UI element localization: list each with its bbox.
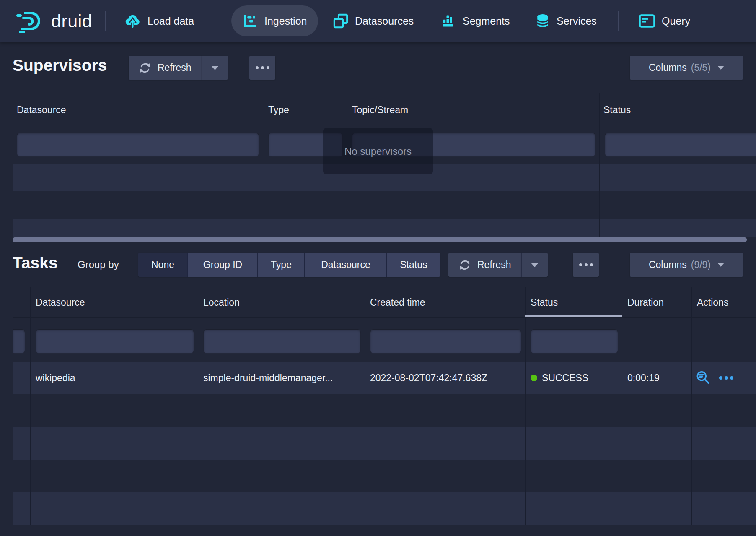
supervisors-refresh-group: Refresh <box>129 56 228 80</box>
column-divider <box>525 287 526 525</box>
column-divider <box>30 287 31 525</box>
nav-item-segments[interactable]: Segments <box>441 0 510 42</box>
nav-item-label: Segments <box>463 15 510 27</box>
column-divider <box>365 287 365 525</box>
column-header-datasource[interactable]: Datasource <box>30 287 198 317</box>
column-header-status[interactable]: Status <box>525 287 622 317</box>
chevron-down-icon <box>211 66 219 70</box>
datasource-filter-input[interactable] <box>36 329 194 354</box>
column-header-location[interactable]: Location <box>198 287 365 317</box>
created-time-filter-input[interactable] <box>370 329 521 354</box>
columns-label: Columns <box>649 259 687 271</box>
nav-item-label: Load data <box>148 15 194 27</box>
tasks-more-button[interactable] <box>573 253 599 277</box>
query-icon <box>639 14 655 28</box>
columns-label: Columns <box>649 62 687 73</box>
nav-item-datasources[interactable]: Datasources <box>333 0 414 42</box>
nav-item-query[interactable]: Query <box>639 0 690 42</box>
column-header-expander <box>13 287 30 317</box>
supervisors-refresh-button[interactable]: Refresh <box>129 56 202 80</box>
group-by-group-id-button[interactable]: Group ID <box>187 253 257 277</box>
nav-item-label: Datasources <box>355 15 414 27</box>
column-header-datasource[interactable]: Datasource <box>13 93 263 127</box>
chevron-down-icon <box>717 263 724 267</box>
sort-indicator <box>525 315 622 317</box>
tasks-filter-row <box>13 317 756 362</box>
status-cell: SUCCESS <box>525 362 622 394</box>
refresh-label: Refresh <box>477 259 511 271</box>
tasks-columns-button[interactable]: Columns (9/9) <box>630 253 743 277</box>
location-cell: simple-druid-middlemanager... <box>198 362 365 394</box>
column-header-actions[interactable]: Actions <box>691 287 756 317</box>
tasks-table-header: Datasource Location Created time Status … <box>13 287 756 318</box>
column-divider <box>198 287 198 525</box>
no-supervisors-overlay: No supervisors <box>323 128 433 174</box>
druid-console-page: druid Load data <box>0 0 756 536</box>
druid-brand[interactable]: druid <box>16 0 92 42</box>
created-time-cell: 2022-08-02T07:42:47.638Z <box>365 362 525 394</box>
status-filter-input[interactable] <box>531 329 618 354</box>
nav-item-label: Ingestion <box>264 15 307 27</box>
group-by-type-button[interactable]: Type <box>257 253 304 277</box>
refresh-label: Refresh <box>158 62 192 73</box>
group-by-status-button[interactable]: Status <box>386 253 440 277</box>
column-divider <box>599 93 600 237</box>
ingestion-icon <box>243 13 258 29</box>
datasources-icon <box>333 13 348 29</box>
nav-divider <box>618 11 619 31</box>
cloud-upload-icon <box>124 13 141 29</box>
column-header-status[interactable]: Status <box>599 93 756 127</box>
datasource-cell: wikipedia <box>30 362 198 394</box>
group-by-none-button[interactable]: None <box>138 253 187 277</box>
supervisors-more-button[interactable] <box>249 56 275 80</box>
supervisors-columns-button[interactable]: Columns (5/5) <box>630 56 743 80</box>
chevron-down-icon <box>531 263 539 267</box>
horizontal-scrollbar[interactable] <box>13 237 747 242</box>
group-by-button-group: None Group ID Type Datasource Status <box>138 253 440 277</box>
status-filter-input[interactable] <box>605 133 756 157</box>
refresh-icon <box>139 62 151 74</box>
columns-count: (5/5) <box>691 62 711 73</box>
column-header-created-time[interactable]: Created time <box>365 287 525 317</box>
datasource-filter-input[interactable] <box>17 133 259 157</box>
tasks-title: Tasks <box>13 254 58 272</box>
location-filter-input[interactable] <box>203 329 361 354</box>
empty-row <box>13 492 756 525</box>
task-row: wikipedia simple-druid-middlemanager... … <box>13 362 756 394</box>
services-icon <box>536 13 550 29</box>
supervisors-table-header: Datasource Type Topic/Stream Status <box>13 93 756 127</box>
supervisors-refresh-dropdown-button[interactable] <box>202 56 228 80</box>
tasks-table: Datasource Location Created time Status … <box>13 287 756 525</box>
row-more-actions-icon[interactable] <box>718 376 734 380</box>
duration-cell: 0:00:19 <box>622 362 691 394</box>
nav-item-ingestion[interactable]: Ingestion <box>231 5 318 36</box>
tasks-refresh-group: Refresh <box>448 253 548 277</box>
tasks-refresh-dropdown-button[interactable] <box>521 253 548 277</box>
nav-divider <box>105 11 106 31</box>
columns-count: (9/9) <box>691 259 711 271</box>
status-success-dot <box>531 375 537 381</box>
column-header-duration[interactable]: Duration <box>622 287 691 317</box>
no-supervisors-message: No supervisors <box>344 146 412 157</box>
druid-logo-icon <box>16 9 45 33</box>
empty-row <box>13 427 756 460</box>
chevron-down-icon <box>717 66 724 70</box>
top-navbar: druid Load data <box>0 0 756 42</box>
more-icon <box>254 66 271 69</box>
column-divider <box>691 287 692 525</box>
supervisors-table: Datasource Type Topic/Stream Status No s… <box>13 93 756 242</box>
empty-row <box>13 219 756 237</box>
nav-item-load-data[interactable]: Load data <box>124 0 194 42</box>
task-detail-magnifier-icon[interactable] <box>696 370 711 385</box>
nav-item-services[interactable]: Services <box>536 0 597 42</box>
column-divider <box>622 287 622 525</box>
group-by-datasource-button[interactable]: Datasource <box>304 253 386 277</box>
actions-cell <box>691 362 756 394</box>
supervisors-title: Supervisors <box>13 56 107 75</box>
column-header-topic-stream[interactable]: Topic/Stream <box>347 93 599 127</box>
tasks-refresh-button[interactable]: Refresh <box>448 253 521 277</box>
segments-icon <box>441 13 456 29</box>
column-header-type[interactable]: Type <box>263 93 347 127</box>
expander-filter-input[interactable] <box>13 329 25 354</box>
nav-item-label: Query <box>662 15 690 27</box>
